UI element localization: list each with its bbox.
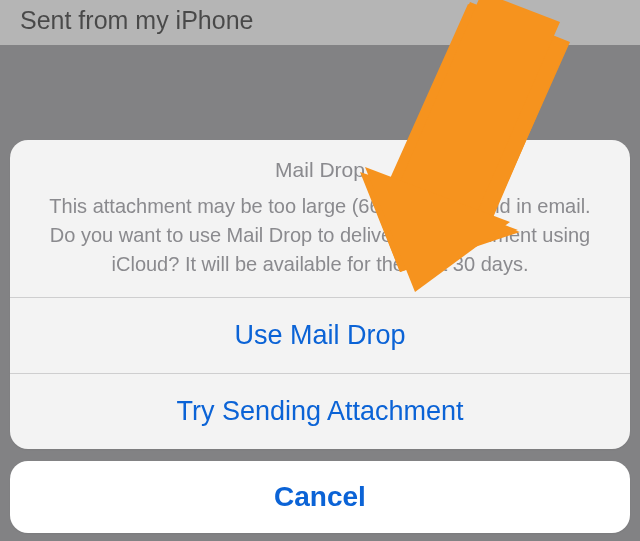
action-sheet-main: Mail Drop This attachment may be too lar… bbox=[10, 140, 630, 449]
action-sheet-title: Mail Drop bbox=[34, 158, 606, 182]
try-sending-attachment-button[interactable]: Try Sending Attachment bbox=[10, 373, 630, 449]
action-sheet-message: This attachment may be too large (66.6 M… bbox=[34, 192, 606, 279]
action-sheet: Mail Drop This attachment may be too lar… bbox=[10, 140, 630, 533]
action-sheet-header: Mail Drop This attachment may be too lar… bbox=[10, 140, 630, 297]
use-mail-drop-button[interactable]: Use Mail Drop bbox=[10, 297, 630, 373]
cancel-button[interactable]: Cancel bbox=[10, 461, 630, 533]
